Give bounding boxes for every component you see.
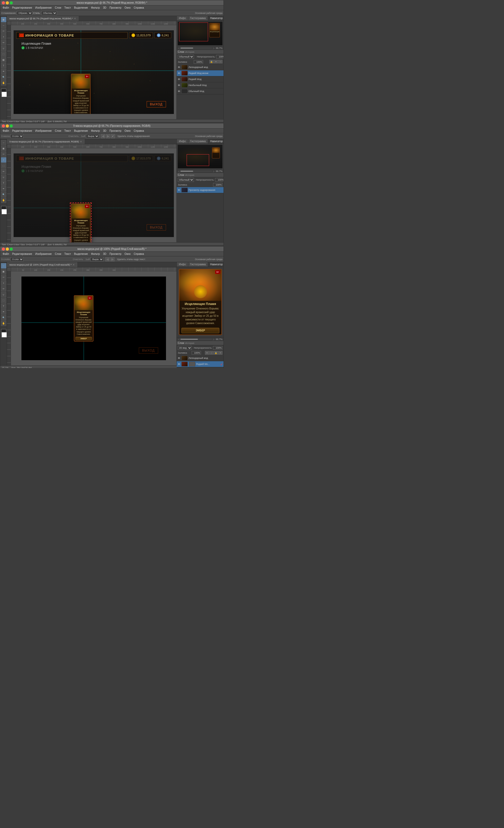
opacity-input-1[interactable] <box>216 55 224 58</box>
tab-histogram-3[interactable]: Гистограмма <box>188 262 208 266</box>
lock-pos-1[interactable]: ↔ <box>218 60 222 64</box>
doc-tab-close-1[interactable]: ✕ <box>74 17 76 20</box>
layer-eye-5[interactable]: 👁 <box>177 90 181 93</box>
menu-edit-2[interactable]: Редактирование <box>11 129 34 132</box>
layers-tab-3[interactable]: Слои <box>178 342 184 344</box>
maximize-btn-2[interactable] <box>10 124 13 128</box>
tool-crop-3[interactable]: ⌖ <box>1 281 6 286</box>
minimize-btn-2[interactable] <box>6 124 9 128</box>
opt-prev-2[interactable]: ◁ <box>101 134 105 138</box>
menu-image-3[interactable]: Изображение <box>34 252 53 256</box>
card-buy-btn-3[interactable]: ЭМБЕР <box>75 337 92 340</box>
lock-px-1[interactable]: ✏ <box>214 60 218 64</box>
tab-navigator-3[interactable]: Навигатор <box>208 262 224 266</box>
menu-view-3[interactable]: Просмотр <box>108 252 123 256</box>
layer-eye-4[interactable]: 👁 <box>177 84 181 87</box>
layer-item-rare-mask-3[interactable]: 👁 Редкий Мо... ↙ <box>177 361 223 367</box>
canvas-display-3[interactable]: 9+ Исцеляющее Пламя Улучшение Огненного … <box>11 271 176 365</box>
nav-frame-2[interactable] <box>186 154 209 166</box>
menu-file-1[interactable]: Файл <box>1 6 10 9</box>
layer-eye-2[interactable]: 👁 <box>177 72 181 75</box>
doc-tab-1[interactable]: маска модера.psd @ 66.7% (Редкий Мод:ико… <box>7 16 78 21</box>
opt-clear-2[interactable]: Очистить <box>68 135 78 137</box>
tool-crop-2[interactable]: ⌖ <box>1 157 6 163</box>
add-layer-3[interactable]: T <box>218 351 222 355</box>
tool-type-3[interactable]: T <box>1 303 6 309</box>
opt-delete-layers-2[interactable]: Удалить этапы кадрирования: <box>117 135 150 137</box>
opacity-input-2[interactable] <box>215 178 224 182</box>
menu-window-2[interactable]: Окно <box>123 129 132 132</box>
menu-select-2[interactable]: Выделение <box>73 129 89 132</box>
tool-select-2[interactable]: ▣ <box>1 146 6 151</box>
tool-stamp-3[interactable]: ∪ <box>1 292 6 297</box>
nav-frame-1[interactable] <box>179 23 208 41</box>
layer-item-rare-3[interactable]: 👁 Редкий Мод <box>177 367 223 368</box>
layers-tab-2[interactable]: Слои <box>178 173 184 176</box>
tab-info-3[interactable]: Инфо <box>177 262 188 266</box>
lock-pos-3[interactable]: ↔ <box>209 351 214 355</box>
tool-brush-2[interactable]: ✏ <box>1 169 6 174</box>
menu-help-3[interactable]: Справка <box>132 252 145 256</box>
lock-px-3[interactable]: ✏ <box>205 351 209 355</box>
layer-eye-3[interactable]: 👁 <box>177 78 181 81</box>
tool-hand-1[interactable]: ✋ <box>1 80 6 85</box>
fill-input-2[interactable] <box>213 183 222 187</box>
exit-btn-1[interactable]: ВЫХОД <box>146 101 166 108</box>
tool-marquee-1[interactable]: ▣ <box>1 17 6 22</box>
opt-mode-select-3[interactable]: 0 слоёв <box>10 257 24 261</box>
menu-image-2[interactable]: Изображение <box>34 129 53 132</box>
menu-select-1[interactable]: Выделение <box>73 6 89 9</box>
tab-navigator-1[interactable]: Навигатор <box>208 16 224 20</box>
tool-move-1[interactable]: ↔ <box>1 23 6 28</box>
opt-delete-layers-3[interactable]: Удалить этапы кадр.текст: <box>117 258 145 260</box>
opt-prev-3[interactable]: ◁ <box>106 257 110 261</box>
blend-mode-select-3[interactable]: 2D вид <box>178 346 192 350</box>
canvas-display-2[interactable]: ИНФОРМАЦИЯ О ТОВАРЕ 17,815,079 6,241 <box>11 148 176 242</box>
layer-eye-1[interactable]: 👁 <box>177 66 181 69</box>
menu-text-3[interactable]: Текст <box>63 252 72 256</box>
tool-zoom-2[interactable]: 🔍 <box>1 192 6 197</box>
tool-lasso-2[interactable]: ✂ <box>1 152 6 157</box>
close-btn-3[interactable] <box>2 248 5 251</box>
opt-interp-select-3[interactable]: Выравнивание <box>90 257 103 261</box>
menu-3d-2[interactable]: 3D <box>102 129 108 132</box>
tool-eraser-3[interactable]: ⬚ <box>1 298 6 303</box>
bg-color-1[interactable] <box>2 92 7 97</box>
menu-filter-1[interactable]: Фильтр <box>90 6 101 9</box>
tool-lasso-3[interactable]: ✂ <box>1 275 6 280</box>
history-tab-3[interactable]: История <box>185 342 194 344</box>
opt-mode-select-2[interactable]: 0 слоёв <box>10 134 24 138</box>
tool-pen-3[interactable]: ✒ <box>1 309 6 315</box>
doc-tab-close-2[interactable]: ✕ <box>80 140 82 143</box>
menu-edit-3[interactable]: Редактирование <box>11 252 34 256</box>
tool-move-3[interactable]: ↔ <box>1 263 6 268</box>
menu-edit-1[interactable]: Редактирование <box>11 6 34 9</box>
opt-confirm-2[interactable]: ✓ <box>111 134 115 138</box>
fill-input-1[interactable] <box>194 60 203 64</box>
menu-filter-3[interactable]: Фильтр <box>90 252 101 256</box>
opt-next-2[interactable]: ▷ <box>106 134 110 138</box>
tool-zoom-3[interactable]: 🔍 <box>1 315 6 320</box>
menu-help-2[interactable]: Справка <box>132 129 145 132</box>
tab-histogram-2[interactable]: Гистограмма <box>188 139 208 143</box>
bg-color-3[interactable] <box>2 332 7 337</box>
menu-image-1[interactable]: Изображение <box>34 6 53 9</box>
close-btn-2[interactable] <box>2 124 5 128</box>
opt-style-select-1[interactable]: Обычный <box>41 11 57 15</box>
window-controls-1[interactable] <box>2 1 13 4</box>
menu-select-3[interactable]: Выделение <box>73 252 89 256</box>
blend-mode-select-2[interactable]: Обычный <box>178 178 194 182</box>
tool-select-3[interactable]: ▣ <box>1 269 6 274</box>
history-tab-2[interactable]: История <box>185 174 194 176</box>
fill-input-3[interactable] <box>192 351 201 355</box>
layer-item-rare-1[interactable]: 👁 Редкий Мод <box>177 76 223 82</box>
menu-view-1[interactable]: Просмотр <box>108 6 123 9</box>
tool-pen-2[interactable]: ✒ <box>1 186 6 191</box>
minimize-btn-1[interactable] <box>6 1 9 4</box>
layers-tab-1[interactable]: Слои <box>178 50 184 53</box>
tool-zoom-1[interactable]: 🔍 <box>1 75 6 80</box>
tool-stamp-1[interactable]: ∪ <box>1 46 6 51</box>
menu-filter-2[interactable]: Фильтр <box>90 129 101 132</box>
tool-brush-1[interactable]: ✏ <box>1 40 6 45</box>
tool-type-1[interactable]: T <box>1 63 6 68</box>
